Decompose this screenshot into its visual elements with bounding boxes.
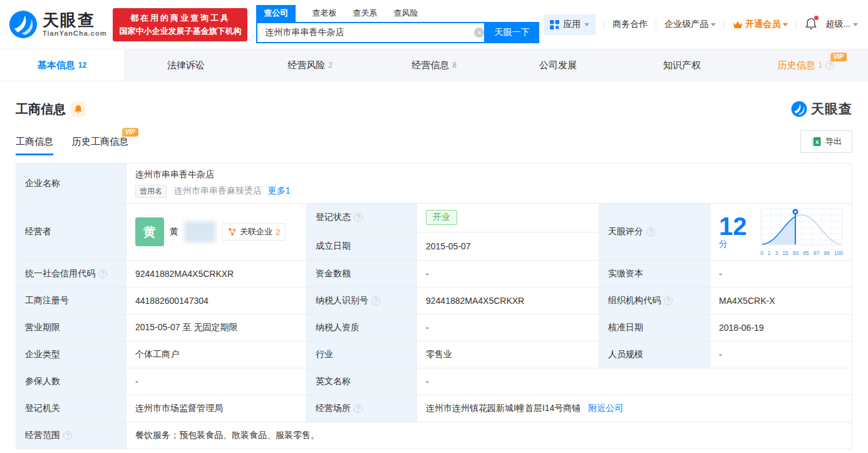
tab-company-development[interactable]: 公司发展 [496, 49, 620, 81]
field-label: 工商注册号 [25, 295, 69, 305]
paid-capital-label: 实缴资本 [599, 261, 710, 288]
subtab-history-registration[interactable]: VIP 历史工商信息 [72, 136, 128, 155]
business-site-cell: 连州市连州镇花园新城I幢首层I14号商铺 附近公司 [417, 395, 852, 422]
network-icon [228, 227, 237, 236]
english-name-label: 英文名称 [307, 368, 417, 395]
x-tick: 85 [803, 250, 809, 256]
tab-operating-risk[interactable]: 经营风险 2 [248, 49, 372, 81]
field-value: - [426, 269, 429, 279]
former-name: 连州市串串香麻辣烫店 [174, 185, 262, 195]
search-tab-boss[interactable]: 查老板 [312, 8, 336, 22]
tab-legal[interactable]: 法律诉讼 [124, 49, 248, 81]
tianyancha-watermark: 天眼查 [791, 100, 852, 118]
score-cell: 12分 [710, 204, 852, 261]
tab-business-info[interactable]: 经营信息 8 [372, 49, 496, 81]
bell-icon [74, 105, 83, 113]
search-button[interactable]: 天眼一下 [484, 22, 539, 43]
search-tab-relation[interactable]: 查关系 [353, 8, 377, 22]
section-header: 工商信息 天眼查 [16, 100, 852, 118]
tianyancha-company-page: 天眼查 TianYanCha.com 都在用的商业查询工具 国家中小企业发展子基… [0, 0, 868, 453]
open-vip-button[interactable]: 开通会员 [733, 19, 788, 30]
subtab-business-registration[interactable]: 工商信息 [16, 136, 53, 155]
score-label: 天眼评分 ? [599, 204, 710, 261]
industry-cell: 零售业 [417, 341, 599, 368]
more-link[interactable]: 更多1 [268, 185, 291, 195]
help-icon[interactable]: ? [371, 296, 380, 305]
chevron-down-icon [711, 23, 716, 29]
english-name-cell: - [417, 368, 852, 395]
capital-cell: - [417, 261, 599, 288]
help-icon[interactable]: ? [664, 296, 673, 305]
field-label: 登记状态 [316, 212, 351, 223]
vip-badge: VIP [122, 128, 138, 137]
nav-enterprise-products[interactable]: 企业级产品 [664, 19, 716, 30]
field-value: MA4X5CRK-X [719, 296, 775, 306]
vip-badge: VIP [830, 53, 847, 61]
business-scope-cell: 餐饮服务；预包装食品、散装食品、服装零售。 [127, 422, 852, 449]
redacted-name [184, 221, 215, 242]
tab-basic-info[interactable]: 基本信息 12 [0, 49, 124, 81]
tab-intellectual-property[interactable]: 知识产权 [620, 49, 744, 81]
field-value: 92441882MA4X5CRKXR [426, 296, 524, 306]
nav-super-vip[interactable]: 超级... [825, 19, 858, 30]
tab-label: 公司发展 [539, 60, 577, 71]
regno-label: 工商注册号 [16, 288, 127, 315]
approve-date-label: 核准日期 [599, 315, 710, 341]
x-tick: 100 [834, 250, 843, 256]
field-value: - [135, 377, 138, 387]
field-value: - [719, 269, 722, 279]
tianyancha-logo-icon [9, 10, 38, 39]
related-companies-button[interactable]: 关联企业 2 [222, 223, 286, 241]
table-row: 企业名称 连州市串串香牛杂店 曾用名 连州市串串香麻辣烫店 更多1 [16, 164, 852, 204]
tab-history-info[interactable]: VIP 历史信息 1 ? [744, 49, 868, 81]
export-label: 导出 [825, 136, 842, 147]
field-value: 餐饮服务；预包装食品、散装食品、服装零售。 [135, 430, 319, 440]
subtab-label: 历史工商信息 [72, 136, 128, 147]
top-header: 天眼查 TianYanCha.com 都在用的商业查询工具 国家中小企业发展子基… [0, 0, 868, 49]
help-icon[interactable]: ? [354, 404, 363, 413]
tab-label: 经营风险 [287, 60, 325, 71]
authority-cell: 连州市市场监督管理局 [127, 395, 307, 422]
score-distribution-chart: 0 1 3 15 50 85 97 99 100 [760, 207, 843, 256]
enterprise-label: 企业级产品 [664, 19, 708, 30]
staff-size-label: 人员规模 [599, 341, 710, 368]
search-tab-company[interactable]: 查公司 [256, 5, 296, 22]
nearby-companies-link[interactable]: 附近公司 [588, 403, 623, 413]
subscribe-bell-button[interactable] [71, 102, 86, 117]
divider [724, 20, 725, 29]
help-icon[interactable]: ? [646, 227, 655, 236]
help-icon[interactable]: ? [98, 269, 107, 278]
help-icon[interactable]: ? [825, 61, 834, 70]
tax-qualification-cell: - [417, 315, 599, 341]
field-label: 经营范围 [25, 430, 60, 441]
field-label: 纳税人资质 [316, 322, 359, 332]
help-icon[interactable]: ? [63, 431, 72, 440]
company-type-cell: 个体工商户 [127, 341, 307, 368]
brand-name: 天眼查 [43, 12, 106, 28]
field-label: 营业期限 [25, 322, 60, 332]
insured-cell: - [127, 368, 307, 395]
help-icon[interactable]: ? [354, 213, 363, 222]
nav-business-coop[interactable]: 商务合作 [612, 19, 648, 30]
search-box: × 天眼一下 [256, 22, 539, 43]
export-button[interactable]: X 导出 [800, 130, 852, 153]
site-logo[interactable]: 天眼查 TianYanCha.com [9, 10, 106, 39]
notifications-bell[interactable] [805, 18, 817, 32]
bell-curve-chart [760, 207, 843, 247]
tab-label: 基本信息 [38, 60, 75, 71]
operator-name[interactable]: 黄 [170, 226, 178, 237]
field-label: 组织机构代码 [608, 295, 661, 306]
apps-label: 应用 [563, 19, 581, 30]
field-label: 经营场所 [316, 403, 351, 414]
related-count: 2 [276, 227, 280, 237]
operator-avatar[interactable]: 黄 [135, 217, 164, 246]
field-label: 资金数额 [316, 268, 351, 278]
tab-label: 知识产权 [663, 60, 701, 71]
apps-menu[interactable]: 应用 [544, 14, 596, 35]
field-value: 零售业 [426, 349, 452, 359]
search-input[interactable] [256, 22, 489, 43]
tab-label: 历史信息 [778, 60, 815, 71]
uscc-label: 统一社会信用代码 ? [16, 261, 127, 288]
search-tab-risk[interactable]: 查风险 [393, 8, 418, 22]
x-tick: 99 [824, 250, 829, 256]
